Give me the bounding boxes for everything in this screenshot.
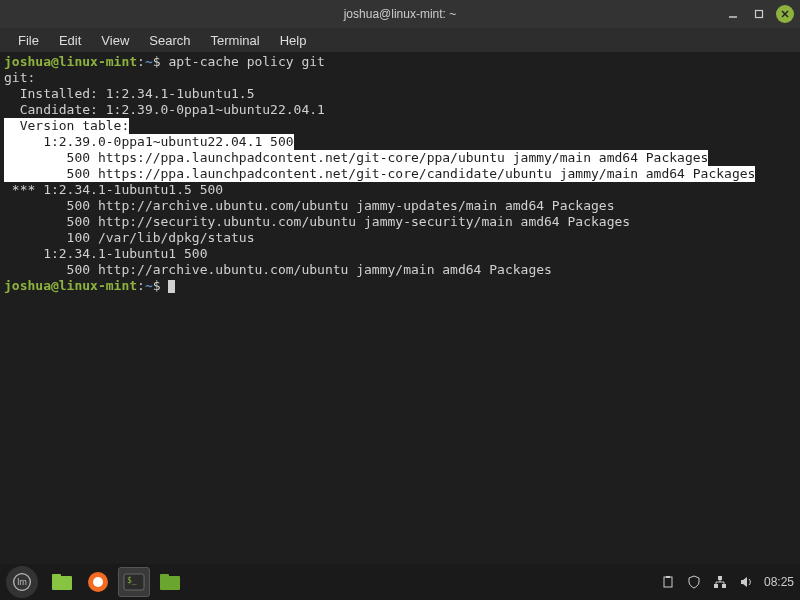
svg-point-9 (93, 577, 103, 587)
close-button[interactable] (776, 5, 794, 23)
window-controls (724, 5, 794, 23)
firefox-launcher[interactable] (82, 567, 114, 597)
out-v2-src2: 500 http://security.ubuntu.com/ubuntu ja… (4, 214, 630, 229)
titlebar[interactable]: joshua@linux-mint: ~ (0, 0, 800, 28)
out-installed: Installed: 1:2.34.1-1ubuntu1.5 (4, 86, 254, 101)
out-v1-src2: 500 https://ppa.launchpadcontent.net/git… (4, 166, 755, 182)
svg-rect-1 (756, 11, 763, 18)
prompt2-sep: : (137, 278, 145, 293)
terminal-output[interactable]: joshua@linux-mint:~$ apt-cache policy gi… (0, 52, 800, 564)
command-text: apt-cache policy git (168, 54, 325, 69)
menu-help[interactable]: Help (270, 31, 317, 50)
prompt2-userhost: joshua@linux-mint (4, 278, 137, 293)
launcher-icons: $_ (46, 567, 186, 597)
menubar: File Edit View Search Terminal Help (0, 28, 800, 52)
svg-rect-17 (722, 584, 726, 588)
shield-icon[interactable] (686, 574, 702, 590)
volume-icon[interactable] (738, 574, 754, 590)
out-v1-src1: 500 https://ppa.launchpadcontent.net/git… (4, 150, 708, 166)
prompt-dollar: $ (153, 54, 169, 69)
terminal-taskbar-item[interactable]: $_ (118, 567, 150, 597)
clipboard-icon[interactable] (660, 574, 676, 590)
out-v2-head: *** 1:2.34.1-1ubuntu1.5 500 (4, 182, 223, 197)
out-pkg: git: (4, 70, 35, 85)
svg-rect-13 (160, 574, 169, 578)
out-v3-head: 1:2.34.1-1ubuntu1 500 (4, 246, 208, 261)
menu-search[interactable]: Search (139, 31, 200, 50)
out-v2-src3: 100 /var/lib/dpkg/status (4, 230, 254, 245)
prompt2-path: ~ (145, 278, 153, 293)
clock[interactable]: 08:25 (764, 575, 794, 589)
terminal-window: joshua@linux-mint: ~ File Edit View Sear… (0, 0, 800, 564)
svg-rect-16 (714, 584, 718, 588)
svg-rect-15 (666, 576, 670, 578)
out-v3-src1: 500 http://archive.ubuntu.com/ubuntu jam… (4, 262, 552, 277)
out-candidate: Candidate: 1:2.39.0-0ppa1~ubuntu22.04.1 (4, 102, 325, 117)
maximize-button[interactable] (750, 5, 768, 23)
window-title: joshua@linux-mint: ~ (344, 7, 457, 21)
cursor-icon (168, 280, 175, 293)
out-v2-src1: 500 http://archive.ubuntu.com/ubuntu jam… (4, 198, 614, 213)
minimize-button[interactable] (724, 5, 742, 23)
files-launcher[interactable] (46, 567, 78, 597)
taskbar: lm $_ 08:25 (0, 564, 800, 600)
svg-rect-7 (52, 574, 61, 578)
prompt-userhost: joshua@linux-mint (4, 54, 137, 69)
menu-file[interactable]: File (8, 31, 49, 50)
prompt-sep: : (137, 54, 145, 69)
out-v1-head: 1:2.39.0-0ppa1~ubuntu22.04.1 500 (4, 134, 294, 150)
menu-edit[interactable]: Edit (49, 31, 91, 50)
out-version-table: Version table: (4, 118, 129, 134)
menu-terminal[interactable]: Terminal (201, 31, 270, 50)
svg-rect-12 (160, 576, 180, 590)
svg-rect-6 (52, 576, 72, 590)
menu-view[interactable]: View (91, 31, 139, 50)
files-launcher-2[interactable] (154, 567, 186, 597)
start-menu-button[interactable]: lm (6, 566, 38, 598)
svg-text:lm: lm (17, 577, 27, 587)
svg-text:$_: $_ (127, 576, 137, 585)
network-icon[interactable] (712, 574, 728, 590)
system-tray: 08:25 (660, 574, 794, 590)
prompt2-dollar: $ (153, 278, 169, 293)
svg-rect-14 (664, 577, 672, 587)
svg-rect-18 (718, 576, 722, 580)
prompt-path: ~ (145, 54, 153, 69)
